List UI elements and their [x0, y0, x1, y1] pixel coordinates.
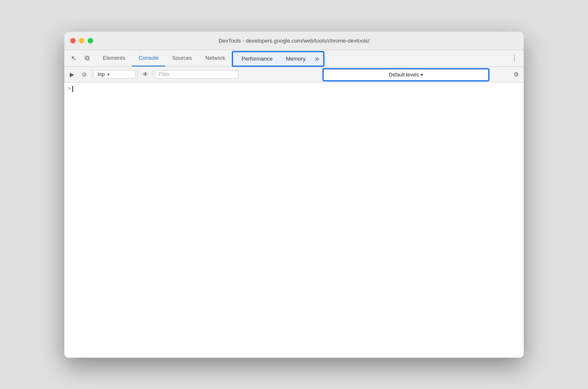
default-levels-highlight-box: Default levels ▾ — [322, 68, 489, 81]
tab-performance[interactable]: Performance — [235, 52, 279, 66]
block-icon: ⊘ — [82, 71, 87, 78]
context-selector[interactable]: top ▼ — [94, 70, 136, 79]
default-levels-button[interactable]: Default levels ▾ — [385, 71, 427, 79]
console-prompt-line: > — [64, 84, 524, 94]
eye-icon: 👁 — [142, 71, 148, 78]
maximize-button[interactable] — [88, 38, 93, 43]
context-value: top — [98, 71, 105, 77]
prompt-chevron: > — [68, 86, 71, 92]
tab-memory[interactable]: Memory — [279, 52, 312, 66]
tab-icons-group: ↖ ⧉ — [64, 50, 96, 66]
tab-sources[interactable]: Sources — [165, 50, 199, 66]
console-toolbar: ▶ ⊘ top ▼ 👁 Filter Default levels ▾ — [64, 67, 524, 83]
window-title: DevTools - developers.google.com/web/too… — [218, 38, 369, 44]
minimize-button[interactable] — [79, 38, 84, 43]
live-expressions-button[interactable]: 👁 — [139, 69, 151, 80]
filter-input[interactable]: Filter — [155, 70, 238, 79]
separator-1 — [92, 70, 92, 79]
tab-elements[interactable]: Elements — [96, 50, 132, 66]
settings-icon: ⚙ — [514, 71, 519, 78]
context-arrow: ▼ — [106, 72, 111, 77]
filter-placeholder: Filter — [159, 71, 170, 77]
default-levels-arrow: ▾ — [421, 72, 423, 78]
more-tabs-button[interactable]: » — [312, 52, 322, 66]
default-levels-label: Default levels — [389, 72, 419, 78]
tab-console[interactable]: Console — [132, 50, 165, 66]
highlighted-tabs-area: Performance Memory » — [232, 51, 324, 67]
devtools-tabs-bar: ↖ ⧉ Elements Console Sources Network Per… — [64, 50, 524, 67]
traffic-lights — [70, 38, 93, 43]
more-icon: ⋮ — [511, 54, 518, 62]
settings-button[interactable]: ⚙ — [510, 69, 522, 80]
cursor-blink — [72, 86, 73, 92]
tab-network[interactable]: Network — [199, 50, 232, 66]
cursor-tool-button[interactable]: ↖ — [68, 52, 79, 64]
dock-button[interactable]: ⧉ — [81, 52, 93, 64]
dock-icon: ⧉ — [85, 54, 89, 62]
block-network-button[interactable]: ⊘ — [79, 69, 90, 80]
devtools-window: DevTools - developers.google.com/web/too… — [64, 32, 524, 358]
title-bar: DevTools - developers.google.com/web/too… — [64, 32, 524, 50]
execute-script-button[interactable]: ▶ — [66, 69, 78, 80]
separator-3 — [153, 70, 153, 79]
execute-icon: ▶ — [70, 71, 74, 78]
cursor-tool-icon: ↖ — [71, 54, 76, 62]
close-button[interactable] — [70, 38, 76, 43]
toolbar-right: ⚙ — [510, 69, 522, 80]
tabs-right-group: ⋮ — [505, 50, 524, 66]
more-options-button[interactable]: ⋮ — [509, 52, 520, 64]
separator-2 — [137, 70, 138, 79]
console-main-area[interactable]: > — [64, 83, 524, 358]
